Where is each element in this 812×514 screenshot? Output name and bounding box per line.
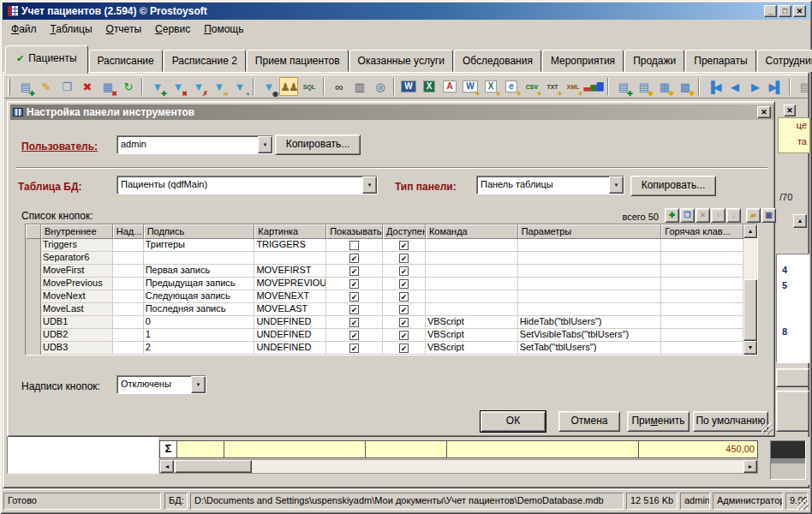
enabled-checkbox[interactable]: ✔ <box>399 266 409 276</box>
table-cell-hotkey[interactable] <box>661 252 743 265</box>
table-cell-hotkey[interactable] <box>661 278 743 290</box>
filter-delete-icon[interactable]: ▼✖ <box>168 77 187 96</box>
table-cell-command[interactable] <box>426 278 518 290</box>
table-cell-hotkey[interactable] <box>661 303 743 316</box>
print-icon[interactable]: ▥ <box>349 77 368 96</box>
export-pdf-icon[interactable]: A <box>440 77 459 96</box>
table-cell-command[interactable] <box>426 265 518 278</box>
scroll-up-icon[interactable]: ▲ <box>793 214 807 228</box>
row-selector[interactable] <box>26 316 41 329</box>
table-cell-show[interactable]: ✔ <box>326 316 383 329</box>
window-resize-grip[interactable] <box>797 499 809 510</box>
table-row[interactable]: MoveNextСледующая записьMOVENEXT✔✔ <box>26 290 743 303</box>
table-cell-nad[interactable] <box>113 265 144 278</box>
filter-add-icon[interactable]: ▼✚ <box>147 77 166 96</box>
table-cell-internal[interactable]: UDB3 <box>41 342 113 355</box>
column-header[interactable]: Горячая клав... <box>661 224 743 239</box>
table-cell-enabled[interactable]: ✔ <box>383 303 426 316</box>
table-cell-nad[interactable] <box>113 252 144 265</box>
enabled-checkbox[interactable]: ✔ <box>399 292 409 302</box>
table-cell-command[interactable]: VBScript <box>426 342 518 355</box>
table-cell-enabled[interactable]: ✔ <box>383 290 426 303</box>
table-cell-picture[interactable]: UNDEFINED <box>254 329 326 342</box>
table-row[interactable]: UDB32UNDEFINED✔✔VBScriptSetTab("tblUsers… <box>26 342 743 355</box>
table-cell-params[interactable] <box>518 278 662 290</box>
table-cell-nad[interactable] <box>113 303 144 316</box>
add-view-icon[interactable]: ▤✚ <box>613 77 632 96</box>
table-cell-nad[interactable] <box>113 329 144 342</box>
summary-cell[interactable] <box>447 441 639 457</box>
script-icon-1[interactable]: ▤a <box>795 77 808 96</box>
table-cell-params[interactable] <box>518 303 662 316</box>
copy-record-icon[interactable]: ❐ <box>57 77 75 96</box>
export-txt-icon[interactable]: TXT✶ <box>543 77 562 96</box>
dialog-resize-grip[interactable] <box>761 423 773 434</box>
dropdown-icon[interactable]: ▼ <box>258 136 272 153</box>
export-html-icon[interactable]: e✶ <box>502 77 521 96</box>
table-cell-show[interactable] <box>326 239 383 252</box>
table-cell-caption[interactable]: 2 <box>144 342 255 355</box>
table-cell-params[interactable] <box>518 265 662 278</box>
dropdown-icon[interactable]: ▼ <box>609 176 624 194</box>
enabled-checkbox[interactable]: ✔ <box>399 318 409 327</box>
filter-save-icon[interactable]: ▼▪ <box>230 77 248 96</box>
user-combo[interactable]: admin ▼ <box>116 135 273 154</box>
table-cell-hotkey[interactable] <box>661 329 743 342</box>
table-cell-picture[interactable]: UNDEFINED <box>254 342 326 355</box>
table-cell-picture[interactable]: MOVEPREVIOUS <box>254 278 326 290</box>
preview-icon[interactable]: ◎ <box>370 77 389 96</box>
show-checkbox[interactable]: ✔ <box>349 331 359 340</box>
table-cell-params[interactable] <box>518 239 662 252</box>
scroll-right-icon[interactable]: ► <box>743 460 757 473</box>
dialog-close-button[interactable]: ✕ <box>757 106 771 118</box>
scroll-left-icon[interactable]: ◄ <box>160 460 174 473</box>
chart-icon[interactable]: ▃▅▇ <box>584 77 603 96</box>
edit-record-icon[interactable]: ✎ <box>36 77 55 96</box>
scroll-up-icon[interactable]: ▲ <box>743 224 757 238</box>
button-captions-combo[interactable]: Отключены ▼ <box>116 375 206 394</box>
table-cell-enabled[interactable]: ✔ <box>383 316 426 329</box>
delete-button[interactable]: ✕ <box>696 208 710 223</box>
table-cell-hotkey[interactable] <box>661 342 743 355</box>
panel-close-icon[interactable]: ✕ <box>784 105 796 117</box>
db-table-combo[interactable]: Пациенты (qdfMain) ▼ <box>116 176 378 194</box>
maximize-button[interactable]: □ <box>779 5 791 17</box>
show-checkbox[interactable]: ✔ <box>349 305 359 314</box>
table-row[interactable]: TriggersТриггерыTRIGGERS✔ <box>26 239 743 252</box>
table-cell-caption[interactable]: 1 <box>144 329 255 342</box>
menu-item[interactable]: Отчеты <box>99 21 149 37</box>
show-checkbox[interactable]: ✔ <box>349 318 359 327</box>
filter-view-icon[interactable]: ▼◉ <box>259 77 278 96</box>
view-settings-icon[interactable]: ▤✱ <box>634 77 653 96</box>
table-cell-enabled[interactable]: ✔ <box>383 329 426 342</box>
table-cell-enabled[interactable]: ✔ <box>383 252 426 265</box>
users-icon[interactable]: ♟♟ <box>279 77 298 96</box>
table-cell-caption[interactable]: Триггеры <box>144 239 255 252</box>
table-cell-nad[interactable] <box>113 342 144 355</box>
ok-button[interactable]: ОК <box>481 411 546 432</box>
cancel-button[interactable]: Отмена <box>558 411 620 432</box>
show-checkbox[interactable]: ✔ <box>349 279 359 289</box>
row-selector[interactable] <box>26 265 41 278</box>
row-selector[interactable] <box>26 252 41 265</box>
export-csv-icon[interactable]: CSV✶ <box>522 77 541 96</box>
row-selector[interactable] <box>26 342 41 355</box>
button-captions-combo-value[interactable]: Отключены <box>117 376 191 393</box>
table-cell-show[interactable]: ✔ <box>326 278 383 290</box>
horizontal-scrollbar[interactable]: ◄ ► <box>159 459 758 474</box>
table-cell-show[interactable]: ✔ <box>326 329 383 342</box>
table-cell-show[interactable]: ✔ <box>326 303 383 316</box>
table-cell-internal[interactable]: UDB1 <box>41 316 113 329</box>
table-cell-command[interactable] <box>426 252 518 265</box>
table-cell-hotkey[interactable] <box>661 290 743 303</box>
prev-record-icon[interactable]: ◀ <box>725 77 743 96</box>
table-cell-internal[interactable]: MoveFirst <box>41 265 113 278</box>
table-row[interactable]: UDB10UNDEFINED✔✔VBScriptHideTab("tblUser… <box>26 316 743 329</box>
delete-table-icon[interactable]: ▦✖ <box>98 77 116 96</box>
column-header[interactable]: Команда <box>426 224 518 239</box>
last-record-icon[interactable]: ▶▌ <box>766 77 785 96</box>
table-cell-params[interactable]: HideTab("tblUsers") <box>518 316 662 329</box>
table-cell-show[interactable]: ✔ <box>326 290 383 303</box>
export-word-icon[interactable]: W <box>399 77 418 96</box>
table-cell-picture[interactable]: MOVEFIRST <box>254 265 326 278</box>
